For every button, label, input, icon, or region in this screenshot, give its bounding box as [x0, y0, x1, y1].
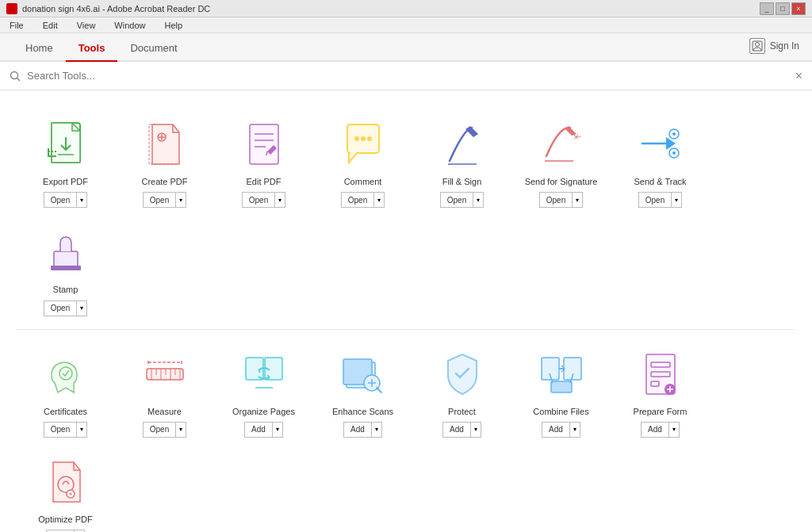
tab-tools[interactable]: Tools [66, 36, 118, 62]
fill-sign-btn-group: Open ▾ [440, 192, 484, 208]
tab-home[interactable]: Home [13, 36, 66, 62]
measure-label: Measure [147, 406, 182, 417]
export-pdf-arrow-btn[interactable]: ▾ [77, 192, 87, 208]
certificates-icon [40, 349, 91, 400]
comment-icon [338, 119, 389, 170]
tool-fill-sign[interactable]: Fill & Sign Open ▾ [412, 106, 511, 214]
menu-window[interactable]: Window [111, 19, 148, 32]
maximize-button[interactable]: □ [776, 2, 790, 15]
enhance-scans-add-btn[interactable]: Add [343, 422, 372, 438]
certificates-arrow-btn[interactable]: ▾ [77, 422, 87, 438]
optimize-pdf-label: Optimize PDF [38, 514, 92, 525]
organize-pages-label: Organize Pages [232, 406, 295, 417]
sign-in-icon [749, 38, 765, 54]
stamp-open-btn[interactable]: Open [44, 300, 77, 316]
organize-pages-icon [239, 349, 289, 400]
tool-combine-files[interactable]: Combine Files Add ▾ [511, 336, 611, 444]
create-pdf-icon [140, 119, 190, 170]
svg-rect-30 [147, 369, 183, 380]
tool-comment[interactable]: Comment Open ▾ [313, 106, 412, 214]
create-pdf-arrow-btn[interactable]: ▾ [176, 192, 186, 208]
combine-files-arrow-btn[interactable]: ▾ [570, 422, 580, 438]
comment-arrow-btn[interactable]: ▾ [374, 192, 385, 208]
send-signature-label: Send for Signature [525, 176, 598, 187]
send-track-arrow-btn[interactable]: ▾ [672, 192, 682, 208]
protect-arrow-btn[interactable]: ▾ [471, 422, 481, 438]
tool-optimize-pdf[interactable]: Optimize PDF Add ▾ [16, 444, 115, 532]
export-pdf-open-btn[interactable]: Open [44, 192, 77, 208]
fill-sign-open-btn[interactable]: Open [440, 192, 473, 208]
stamp-label: Stamp [53, 284, 79, 295]
comment-open-btn[interactable]: Open [341, 192, 374, 208]
sign-in-label: Sign In [770, 40, 799, 52]
measure-open-btn[interactable]: Open [143, 422, 176, 438]
export-pdf-icon [40, 119, 91, 170]
send-track-open-btn[interactable]: Open [638, 192, 672, 208]
create-pdf-btn-group: Open ▾ [143, 192, 186, 208]
tool-enhance-scans[interactable]: Enhance Scans Add ▾ [313, 336, 412, 444]
menu-file[interactable]: File [6, 19, 27, 32]
tool-send-track[interactable]: Send & Track Open ▾ [611, 106, 710, 214]
prepare-form-icon [635, 349, 686, 400]
tool-prepare-form[interactable]: Prepare Form Add ▾ [611, 336, 710, 444]
tool-export-pdf[interactable]: Export PDF Open ▾ [16, 106, 115, 214]
edit-pdf-open-btn[interactable]: Open [242, 192, 275, 208]
enhance-scans-icon [338, 349, 389, 400]
tool-measure[interactable]: Measure Open ▾ [115, 336, 214, 444]
measure-arrow-btn[interactable]: ▾ [176, 422, 186, 438]
protect-label: Protect [448, 406, 476, 417]
menu-help[interactable]: Help [161, 19, 186, 32]
enhance-scans-arrow-btn[interactable]: ▾ [372, 422, 382, 438]
optimize-pdf-icon [40, 457, 91, 507]
window-controls[interactable]: _ □ × [760, 2, 806, 15]
title-bar: donation sign 4x6.ai - Adobe Acrobat Rea… [0, 0, 812, 17]
menu-view[interactable]: View [74, 19, 99, 32]
combine-files-add-btn[interactable]: Add [542, 422, 570, 438]
protect-btn-group: Add ▾ [442, 422, 481, 438]
svg-rect-51 [551, 381, 572, 392]
search-close-icon[interactable]: × [795, 69, 802, 83]
create-pdf-open-btn[interactable]: Open [143, 192, 176, 208]
measure-icon [140, 349, 190, 400]
row-divider-1 [16, 329, 796, 330]
export-pdf-btn-group: Open ▾ [44, 192, 87, 208]
tab-bar: Home Tools Document Sign In [0, 33, 812, 62]
svg-point-17 [367, 136, 372, 141]
tool-send-signature[interactable]: × _ Send for Signature Open ▾ [511, 106, 611, 214]
close-button[interactable]: × [791, 2, 806, 15]
enhance-scans-label: Enhance Scans [332, 406, 393, 417]
send-signature-arrow-btn[interactable]: ▾ [573, 192, 583, 208]
tool-create-pdf[interactable]: Create PDF Open ▾ [115, 106, 214, 214]
send-track-icon [635, 119, 686, 170]
prepare-form-arrow-btn[interactable]: ▾ [669, 422, 680, 438]
organize-pages-add-btn[interactable]: Add [244, 422, 273, 438]
prepare-form-add-btn[interactable]: Add [641, 422, 669, 438]
menu-edit[interactable]: Edit [40, 19, 61, 32]
stamp-arrow-btn[interactable]: ▾ [77, 300, 87, 316]
tool-organize-pages[interactable]: Organize Pages Add ▾ [214, 336, 313, 444]
tool-stamp[interactable]: Stamp Open ▾ [16, 214, 115, 322]
svg-rect-27 [54, 251, 78, 267]
tool-edit-pdf[interactable]: Edit PDF Open ▾ [214, 106, 313, 214]
protect-add-btn[interactable]: Add [442, 422, 471, 438]
prepare-form-btn-group: Add ▾ [641, 422, 680, 438]
tool-certificates[interactable]: Certificates Open ▾ [16, 336, 115, 444]
minimize-button[interactable]: _ [760, 2, 774, 15]
create-pdf-label: Create PDF [141, 176, 187, 187]
organize-pages-arrow-btn[interactable]: ▾ [273, 422, 283, 438]
send-signature-icon: × _ [536, 119, 587, 170]
search-bar: × [0, 62, 812, 90]
send-track-label: Send & Track [634, 176, 686, 187]
sign-in-area[interactable]: Sign In [749, 38, 799, 60]
combine-files-btn-group: Add ▾ [542, 422, 580, 438]
fill-sign-arrow-btn[interactable]: ▾ [473, 192, 484, 208]
send-signature-open-btn[interactable]: Open [539, 192, 573, 208]
stamp-btn-group: Open ▾ [44, 300, 87, 316]
window-title: donation sign 4x6.ai - Adobe Acrobat Rea… [22, 4, 210, 13]
tab-document[interactable]: Document [117, 36, 190, 62]
edit-pdf-arrow-btn[interactable]: ▾ [275, 192, 285, 208]
tool-protect[interactable]: Protect Add ▾ [412, 336, 511, 444]
certificates-label: Certificates [44, 406, 87, 417]
search-input[interactable] [27, 70, 789, 82]
certificates-open-btn[interactable]: Open [44, 422, 77, 438]
